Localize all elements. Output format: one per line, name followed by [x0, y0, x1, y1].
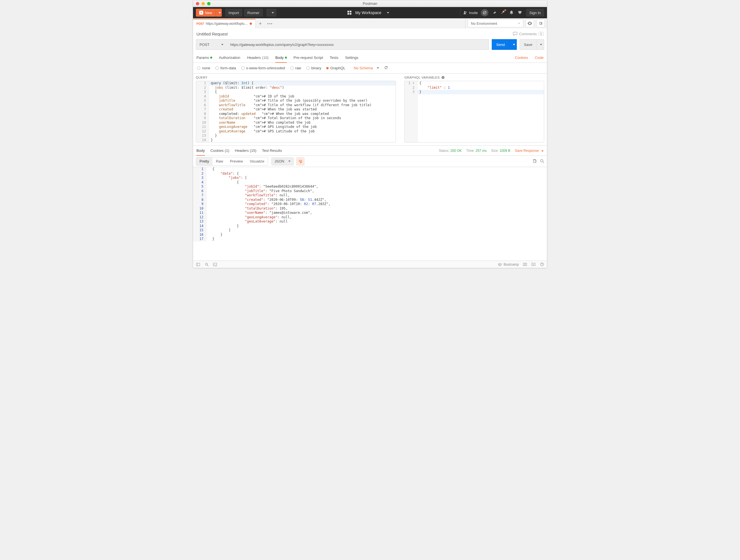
find-button[interactable] [204, 262, 209, 267]
info-icon[interactable]: i [441, 76, 445, 79]
runner-button[interactable]: Runner [244, 9, 263, 17]
view-pretty[interactable]: Pretty [196, 157, 212, 165]
method-select[interactable]: POST [196, 39, 227, 50]
search-response-button[interactable] [540, 159, 544, 164]
save-button-label: Save [520, 39, 537, 49]
invite-label: Invite [469, 11, 478, 15]
resp-tab-tests[interactable]: Test Results [262, 146, 282, 155]
new-button-label: New [205, 11, 212, 15]
view-raw[interactable]: Raw [212, 157, 226, 165]
chevron-down-icon [377, 67, 379, 69]
save-response-button[interactable]: Save Response [515, 149, 544, 153]
bell-icon[interactable] [509, 10, 514, 15]
new-button[interactable]: + New [196, 9, 215, 17]
sidebar-toggle-button[interactable] [196, 262, 200, 267]
response-body[interactable]: 1 {2 "data": {3 "jobs": [4 {5 "jobId": "… [193, 167, 547, 260]
response-meta: Status: 200 OK Time: 257 ms Size: 1009 B… [439, 149, 544, 153]
help-button[interactable] [540, 262, 544, 267]
workspace-selector[interactable]: My Workspace [276, 10, 460, 15]
size-value: 1009 B [499, 149, 510, 153]
tab-method: POST [196, 22, 204, 25]
tab-params[interactable]: Params [196, 53, 212, 63]
new-dropdown-button[interactable] [215, 9, 222, 17]
tab-tests[interactable]: Tests [330, 53, 338, 63]
invite-button[interactable]: Invite [460, 9, 481, 17]
app-window: Postman + New Import Runner My Workspace… [193, 0, 547, 268]
radio-graphql[interactable]: GraphQL [326, 66, 345, 70]
variables-editor: GRAPHQL VARIABLES i 1 ▾{2 "limit" : 13} [401, 74, 547, 145]
environment-select[interactable]: No Environment [468, 19, 523, 27]
refresh-schema-button[interactable] [384, 66, 388, 71]
editors: QUERY 1query ($limit: Int) {2 jobs (limi… [193, 74, 547, 146]
chevron-down-icon [221, 44, 223, 45]
body-indicator-icon [285, 57, 287, 59]
request-tabs: Params Authorization Headers(10) Body Pr… [193, 53, 547, 63]
code-link[interactable]: Code [535, 55, 544, 60]
import-button[interactable]: Import [225, 9, 242, 17]
environment-quicklook-button[interactable] [526, 19, 534, 27]
environment-selected-label: No Environment [471, 21, 497, 26]
comments-count: 0 [539, 32, 544, 36]
wrap-lines-button[interactable] [296, 157, 304, 165]
signin-button[interactable]: Sign In [526, 9, 544, 17]
tab-body[interactable]: Body [275, 53, 287, 63]
settings-button[interactable] [536, 19, 545, 27]
send-button-label: Send [492, 39, 510, 50]
view-visualize[interactable]: Visualize [246, 157, 268, 165]
cookies-link[interactable]: Cookies [515, 55, 528, 60]
app-header: + New Import Runner My Workspace Invite [193, 7, 547, 18]
wrench-icon[interactable] [501, 10, 505, 15]
format-select[interactable]: JSON [271, 157, 294, 165]
tab-authorization[interactable]: Authorization [219, 53, 241, 63]
svg-rect-15 [213, 263, 217, 266]
radio-binary[interactable]: binary [306, 66, 321, 70]
bootcamp-button[interactable]: Bootcamp [498, 262, 519, 266]
radio-formdata[interactable]: form-data [215, 66, 236, 70]
proxy-icon[interactable] [481, 9, 488, 16]
tab-headers[interactable]: Headers(10) [247, 53, 269, 63]
query-editor-box[interactable]: 1query ($limit: Int) {2 jobs (limit: $li… [196, 81, 396, 142]
svg-rect-17 [525, 263, 527, 266]
radio-xwww[interactable]: x-www-form-urlencoded [241, 66, 285, 70]
send-button[interactable]: Send [492, 39, 517, 50]
status-value: 200 OK [450, 149, 462, 153]
svg-rect-8 [534, 160, 536, 162]
request-title-row: Untitled Request Comments 0 [193, 28, 547, 39]
save-button[interactable]: Save [520, 39, 544, 50]
heart-icon[interactable] [518, 10, 522, 15]
radio-raw[interactable]: raw [290, 66, 301, 70]
save-dropdown-button[interactable] [537, 44, 544, 45]
svg-rect-18 [532, 263, 535, 266]
svg-point-13 [205, 263, 207, 265]
capture-button[interactable] [266, 9, 276, 17]
schema-select[interactable]: No Schema [354, 66, 379, 70]
response-toolbar: Pretty Raw Preview Visualize JSON [193, 156, 547, 167]
comments-button[interactable]: Comments 0 [513, 32, 544, 36]
console-button[interactable] [213, 262, 217, 267]
url-input[interactable] [227, 39, 489, 50]
workspace-label: My Workspace [355, 10, 381, 15]
variables-editor-box[interactable]: 1 ▾{2 "limit" : 13} [404, 81, 544, 142]
view-preview[interactable]: Preview [226, 157, 246, 165]
resp-tab-body[interactable]: Body [196, 146, 205, 155]
plus-icon: + [199, 11, 203, 15]
satellite-icon[interactable] [492, 10, 497, 15]
copy-response-button[interactable] [532, 159, 537, 164]
layout-button[interactable] [523, 262, 527, 267]
tab-row: POST https://gateway.workfloplus.c... + … [193, 18, 547, 28]
chevron-down-icon [541, 150, 544, 152]
params-indicator-icon [210, 57, 212, 59]
resp-tab-headers[interactable]: Headers(15) [235, 146, 257, 155]
send-dropdown-button[interactable] [510, 44, 517, 45]
request-tab[interactable]: POST https://gateway.workfloplus.c... [193, 19, 256, 28]
tab-prerequest[interactable]: Pre-request Script [294, 53, 323, 63]
request-title[interactable]: Untitled Request [196, 31, 228, 36]
tab-settings[interactable]: Settings [345, 53, 358, 63]
keyboard-shortcuts-button[interactable] [531, 262, 536, 267]
content-area: Untitled Request Comments 0 POST Send Sa… [193, 28, 547, 260]
tab-options-button[interactable]: ••• [265, 19, 275, 28]
radio-none[interactable]: none [197, 66, 210, 70]
resp-tab-cookies[interactable]: Cookies(1) [210, 146, 229, 155]
add-tab-button[interactable]: + [256, 19, 265, 28]
svg-point-2 [464, 11, 466, 13]
